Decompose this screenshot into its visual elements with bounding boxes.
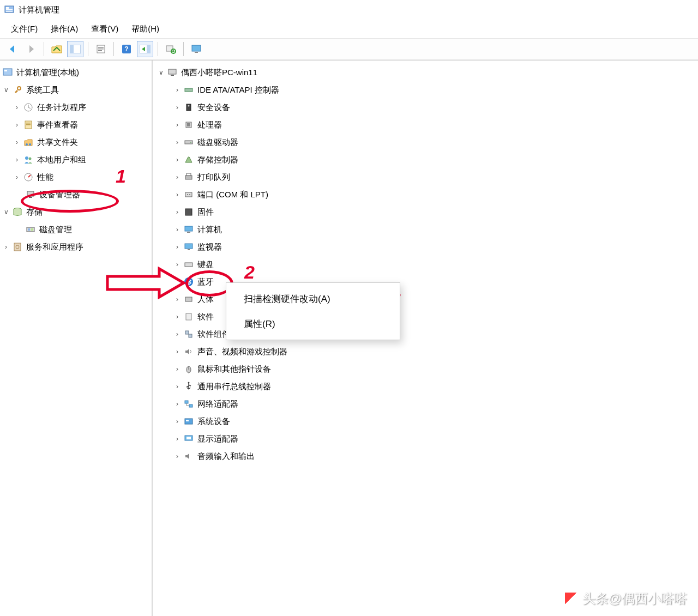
device-sound[interactable]: ›声音、视频和游戏控制器 (153, 343, 698, 360)
scan-hardware-button[interactable] (163, 41, 179, 57)
expand-icon[interactable]: › (172, 156, 182, 164)
menu-help[interactable]: 帮助(H) (125, 22, 166, 37)
expand-icon[interactable]: › (12, 138, 22, 146)
expand-icon[interactable]: › (172, 121, 182, 129)
device-computer[interactable]: ›计算机 (153, 221, 698, 238)
expand-icon[interactable]: › (172, 383, 182, 390)
menu-file[interactable]: 文件(F) (4, 22, 44, 37)
device-system[interactable]: ›系统设备 (153, 413, 698, 430)
expand-icon[interactable]: › (172, 295, 182, 303)
watermark-icon (564, 591, 578, 606)
expand-icon[interactable]: › (172, 313, 182, 321)
tree-local-users[interactable]: › 本地用户和组 (0, 151, 152, 168)
tree-event-viewer[interactable]: › 事件查看器 (0, 116, 152, 134)
device-mouse[interactable]: ›鼠标和其他指针设备 (153, 360, 698, 378)
cpu-icon (183, 119, 194, 130)
device-security[interactable]: ›安全设备 (153, 99, 698, 116)
expand-icon[interactable]: › (172, 418, 182, 425)
expand-icon[interactable]: › (172, 330, 182, 338)
system-devices-icon (183, 416, 194, 427)
properties-button[interactable] (93, 41, 109, 57)
expand-icon[interactable]: › (172, 452, 182, 460)
tree-services-apps[interactable]: › 服务和应用程序 (0, 238, 152, 256)
display-adapter-icon (183, 433, 194, 444)
expand-icon[interactable]: › (172, 86, 182, 94)
users-icon (23, 154, 34, 165)
device-storagectrl[interactable]: ›存储控制器 (153, 151, 698, 168)
menu-view[interactable]: 查看(V) (85, 22, 125, 37)
tree-task-scheduler[interactable]: › 任务计划程序 (0, 99, 152, 116)
expand-icon[interactable]: › (172, 226, 182, 233)
device-cpu[interactable]: ›处理器 (153, 116, 698, 134)
up-button[interactable] (49, 41, 65, 57)
svg-rect-36 (14, 243, 21, 251)
device-monitor[interactable]: ›监视器 (153, 238, 698, 256)
svg-rect-24 (26, 124, 31, 125)
storage-controller-icon (183, 154, 194, 165)
services-icon (12, 241, 23, 252)
device-printqueue[interactable]: ›打印队列 (153, 168, 698, 186)
help-button[interactable]: ? (118, 41, 135, 57)
left-navigation-tree[interactable]: 计算机管理(本地) ∨ 系统工具 › 任务计划程序 › 事件查看器 › 共享文件… (0, 61, 153, 616)
context-properties[interactable]: 属性(R) (226, 311, 400, 336)
expand-icon[interactable]: › (172, 243, 182, 251)
toolbar-separator (183, 42, 184, 56)
expand-icon[interactable]: › (172, 278, 182, 286)
nav-back-button[interactable] (4, 41, 21, 57)
device-root[interactable]: ∨ 偶西小嗒嗒PC-win11 (153, 64, 698, 81)
device-audio[interactable]: ›音频输入和输出 (153, 448, 698, 465)
tree-shared-folders[interactable]: › 共享文件夹 (0, 134, 152, 151)
tree-storage[interactable]: ∨ 存储 (0, 203, 152, 221)
collapse-icon[interactable]: ∨ (1, 86, 11, 94)
expand-icon[interactable]: › (172, 191, 182, 198)
collapse-icon[interactable]: ∨ (156, 69, 166, 76)
device-ide[interactable]: ›IDE ATA/ATAPI 控制器 (153, 81, 698, 99)
device-keyboard[interactable]: ›键盘 (153, 256, 698, 273)
expand-icon[interactable]: › (1, 243, 11, 251)
expand-icon[interactable]: › (172, 138, 182, 146)
nav-forward-button[interactable] (23, 41, 39, 57)
expand-icon[interactable]: › (172, 208, 182, 216)
expand-icon[interactable]: › (172, 435, 182, 443)
svg-rect-71 (186, 437, 191, 439)
svg-rect-53 (185, 226, 192, 231)
context-scan-hardware[interactable]: 扫描检测硬件改动(A) (226, 286, 400, 311)
device-display[interactable]: ›显示适配器 (153, 430, 698, 448)
expand-icon[interactable]: › (172, 400, 182, 408)
menu-action[interactable]: 操作(A) (44, 22, 85, 37)
device-diskdrive[interactable]: ›磁盘驱动器 (153, 134, 698, 151)
expand-icon[interactable]: › (12, 121, 22, 129)
action-pane-button[interactable] (137, 41, 153, 57)
svg-rect-5 (70, 45, 74, 53)
expand-icon[interactable]: › (12, 156, 22, 164)
device-firmware[interactable]: ›固件 (153, 203, 698, 221)
svg-rect-16 (192, 45, 201, 51)
svg-rect-66 (185, 401, 188, 403)
collapse-icon[interactable]: ∨ (1, 208, 11, 216)
tree-performance[interactable]: › 性能 (0, 168, 152, 186)
svg-point-25 (26, 143, 28, 146)
device-usb[interactable]: ›通用串行总线控制器 (153, 378, 698, 395)
tree-system-tools[interactable]: ∨ 系统工具 (0, 81, 152, 99)
device-manager-icon (25, 189, 36, 200)
show-hide-tree-button[interactable] (67, 41, 83, 57)
computer-management-icon (2, 67, 13, 78)
expand-icon[interactable]: › (172, 173, 182, 181)
svg-rect-13 (147, 45, 151, 53)
svg-point-26 (29, 143, 31, 146)
device-ports[interactable]: ›端口 (COM 和 LPT) (153, 186, 698, 203)
monitor-button[interactable] (188, 41, 204, 57)
clock-icon (23, 102, 34, 113)
expand-icon[interactable]: › (172, 104, 182, 111)
expand-icon[interactable]: › (172, 261, 182, 268)
device-network[interactable]: ›网络适配器 (153, 395, 698, 413)
expand-icon[interactable]: › (12, 173, 22, 181)
audio-io-icon (183, 451, 194, 462)
watermark-text: 头条@偶西小嗒嗒 (582, 590, 687, 607)
expand-icon[interactable]: › (12, 104, 22, 111)
tree-root-local[interactable]: 计算机管理(本地) (0, 64, 152, 81)
tree-device-manager[interactable]: 设备管理器 (0, 186, 152, 203)
expand-icon[interactable]: › (172, 348, 182, 355)
expand-icon[interactable]: › (172, 365, 182, 373)
tree-disk-management[interactable]: 磁盘管理 (0, 221, 152, 238)
